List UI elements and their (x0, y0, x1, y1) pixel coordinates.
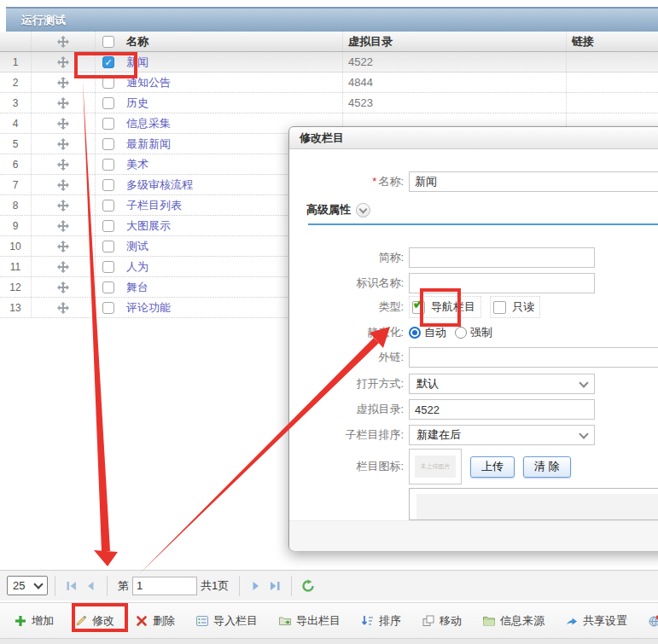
select-all-checkbox[interactable] (96, 32, 121, 51)
readonly-checkbox-group[interactable]: 只读 (490, 296, 540, 318)
virtual-dir-input[interactable] (409, 399, 595, 420)
drag-handle[interactable] (32, 216, 96, 235)
drag-handle[interactable] (32, 134, 96, 154)
page-prefix-label: 第 (118, 578, 129, 594)
header-number-cell (0, 32, 32, 51)
page-title: 运行测试 (21, 13, 66, 28)
open-mode-label: 打开方式: (289, 376, 404, 392)
code-name-label: 标识名称: (289, 276, 404, 291)
toolbar-button-add[interactable]: 增加 (14, 613, 54, 629)
subcolumn-sort-value: 新建在后 (416, 427, 461, 443)
row-number: 12 (0, 277, 32, 297)
toolbar-button-access[interactable]: 访问控制 (648, 613, 658, 629)
short-name-label: 简称: (289, 250, 404, 265)
page-number-input[interactable] (132, 577, 197, 595)
drag-handle[interactable] (32, 175, 96, 194)
static-auto-label: 自动 (424, 325, 446, 340)
toolbar-button-import[interactable]: 导入栏目 (195, 613, 258, 629)
chevron-down-icon (33, 579, 43, 589)
static-auto-radio[interactable] (409, 327, 421, 339)
source-icon (482, 614, 496, 628)
header-virtual-dir: 虚拟目录 (343, 32, 567, 51)
row-checkbox[interactable] (96, 154, 121, 174)
toolbar-button-sort[interactable]: 排序 (361, 613, 401, 629)
mov-icon (422, 614, 435, 628)
advanced-label: 高级属性 (306, 202, 351, 218)
short-name-input[interactable] (409, 247, 595, 268)
table-row[interactable]: 3 历史 4523 (0, 93, 658, 113)
readonly-checkbox[interactable] (493, 301, 506, 314)
row-checkbox[interactable] (96, 298, 121, 317)
row-checkbox[interactable] (96, 236, 121, 256)
row-checkbox[interactable] (96, 113, 121, 133)
row-checkbox[interactable] (96, 195, 121, 215)
page-size-select[interactable]: 25 (7, 576, 48, 595)
static-force-label: 强制 (470, 325, 492, 340)
drag-handle[interactable] (32, 277, 96, 297)
row-checkbox[interactable] (96, 93, 121, 113)
collapse-chevron-icon[interactable] (356, 203, 370, 218)
drag-handle[interactable] (32, 257, 96, 276)
dialog-title: 修改栏目 (289, 127, 658, 149)
arrow-down-head (94, 550, 118, 566)
drag-handle[interactable] (32, 154, 96, 174)
upload-button[interactable]: 上传 (470, 456, 515, 478)
del-icon (135, 614, 148, 628)
move-icon (56, 260, 70, 274)
link-cell (567, 93, 658, 113)
add-icon (14, 614, 27, 628)
access-icon (648, 614, 658, 628)
toolbar-button-mov[interactable]: 移动 (422, 613, 462, 629)
annotation-box-nav-checkbox (420, 288, 461, 327)
column-name-link[interactable]: 通知公告 (121, 73, 343, 92)
description-editor[interactable] (409, 488, 658, 520)
page-size-value: 25 (13, 579, 25, 592)
row-number: 7 (0, 175, 32, 194)
extlink-label: 外链: (289, 350, 404, 365)
last-page-button[interactable] (265, 577, 284, 595)
move-icon (56, 281, 70, 294)
toolbar-button-share[interactable]: 共享设置 (565, 613, 627, 629)
field-subcolumn-sort: 子栏目排序: 新建在后 (289, 425, 658, 445)
row-number: 2 (0, 73, 32, 92)
drag-handle[interactable] (32, 236, 96, 256)
move-icon (56, 199, 70, 212)
toolbar-button-source[interactable]: 信息来源 (482, 613, 544, 629)
toolbar-button-export[interactable]: 导出栏目 (278, 613, 341, 629)
move-icon (56, 219, 70, 233)
row-checkbox[interactable] (96, 216, 121, 235)
row-checkbox[interactable] (96, 277, 121, 297)
name-input[interactable] (409, 171, 658, 192)
column-name-link[interactable]: 新闻 (121, 52, 343, 72)
field-code-name: 标识名称: (289, 273, 658, 293)
readonly-label: 只读 (512, 299, 534, 315)
open-mode-select[interactable]: 默认 (409, 374, 595, 394)
row-number: 10 (0, 236, 32, 256)
clear-button[interactable]: 清 除 (523, 456, 571, 478)
chevron-down-icon (579, 429, 588, 438)
drag-handle[interactable] (32, 195, 96, 215)
drag-handle[interactable] (32, 298, 96, 317)
subcolumn-sort-select[interactable]: 新建在后 (409, 425, 595, 445)
row-checkbox[interactable] (96, 257, 121, 276)
prev-page-button[interactable] (81, 577, 100, 595)
field-short-name: 简称: (289, 247, 658, 268)
drag-handle[interactable] (32, 113, 96, 133)
refresh-button[interactable] (299, 577, 317, 595)
advanced-section-header[interactable]: 高级属性 (306, 202, 370, 218)
virtual-dir-cell: 4844 (343, 73, 567, 92)
extlink-input[interactable] (409, 347, 658, 368)
column-name-link[interactable]: 历史 (121, 93, 343, 113)
toolbar-button-del[interactable]: 删除 (135, 613, 175, 629)
field-static: 静态化: 自动 强制 (289, 322, 658, 343)
drag-handle[interactable] (32, 93, 96, 113)
row-checkbox[interactable] (96, 134, 121, 154)
header-link: 链接 (567, 32, 658, 51)
field-column-icon: 栏目图标: 未上传图片 上传 清 除 (289, 450, 658, 484)
first-page-button[interactable] (62, 577, 81, 595)
static-force-radio[interactable] (455, 327, 467, 339)
row-checkbox[interactable] (96, 175, 121, 194)
header-move-cell (32, 32, 96, 51)
icon-preview-box: 未上传图片 (409, 449, 462, 484)
next-page-button[interactable] (247, 577, 265, 595)
